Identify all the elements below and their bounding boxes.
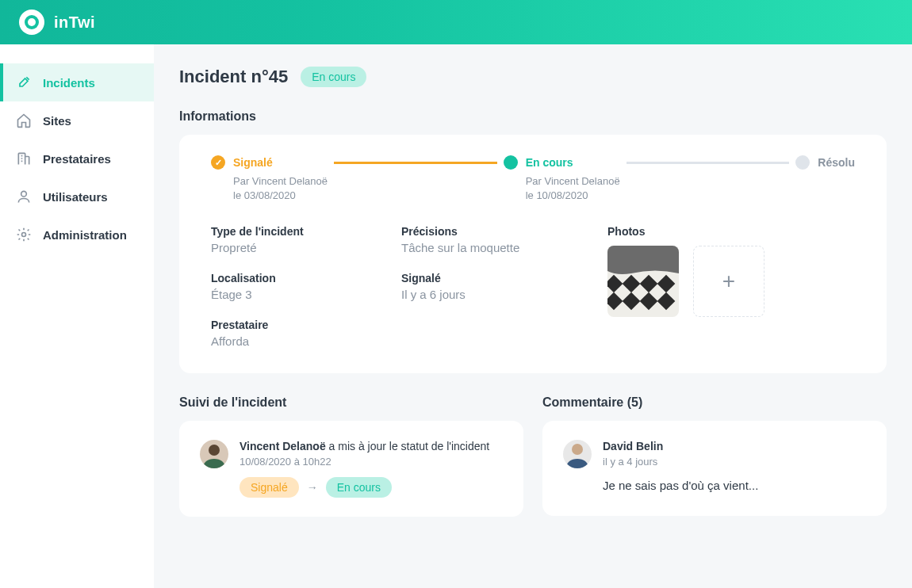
sidebar-item-label: Incidents bbox=[43, 76, 95, 90]
check-circle-icon bbox=[211, 155, 225, 170]
section-heading-informations: Informations bbox=[179, 109, 887, 124]
page-header: Incident n°45 En cours bbox=[179, 67, 887, 87]
field-value: Il y a 6 jours bbox=[401, 288, 576, 301]
progress-step-author: Par Vincent Delanoë bbox=[526, 174, 620, 189]
sidebar-item-sites[interactable]: Sites bbox=[0, 101, 154, 139]
sidebar-item-label: Administration bbox=[43, 228, 127, 242]
comment-text: Je ne sais pas d'où ça vient... bbox=[603, 479, 758, 492]
progress-step-label: En cours bbox=[526, 156, 573, 169]
info-body: Type de l'incident Propreté Localisation… bbox=[211, 225, 855, 348]
sidebar-item-label: Prestataires bbox=[43, 152, 111, 166]
progress-step-label: Résolu bbox=[818, 156, 855, 169]
sidebar: Incidents Sites Prestataires Utilisateur… bbox=[0, 44, 154, 588]
comments-card: David Belin il y a 4 jours Je ne sais pa… bbox=[542, 421, 887, 516]
progress-step-date: le 10/08/2020 bbox=[526, 189, 620, 203]
field-label: Prestataire bbox=[211, 319, 370, 331]
progress-line bbox=[334, 162, 497, 164]
photo-thumbnail[interactable] bbox=[607, 246, 679, 317]
logo-mark-icon bbox=[19, 10, 44, 35]
feed-text: Vincent Delanoë a mis à jour le statut d… bbox=[239, 440, 489, 452]
feed-action: a mis à jour le statut de l'incident bbox=[326, 440, 490, 452]
main-content: Incident n°45 En cours Informations Sign… bbox=[154, 44, 912, 588]
feed-author: Vincent Delanoë bbox=[239, 440, 326, 452]
add-photo-button[interactable]: + bbox=[693, 246, 764, 317]
progress-line bbox=[627, 162, 790, 164]
brand-logo[interactable]: inTwi bbox=[19, 10, 95, 35]
info-card: Signalé Par Vincent Delanoë le 03/08/202… bbox=[179, 135, 887, 373]
feed-timestamp: 10/08/2020 à 10h22 bbox=[239, 456, 489, 468]
arrow-right-icon: → bbox=[307, 481, 318, 494]
status-to-badge: En cours bbox=[326, 477, 392, 498]
progress-step-signale: Signalé Par Vincent Delanoë le 03/08/202… bbox=[211, 155, 328, 203]
user-icon bbox=[16, 189, 32, 204]
home-icon bbox=[16, 113, 32, 128]
status-from-badge: Signalé bbox=[239, 477, 299, 498]
comment-author: David Belin bbox=[603, 440, 758, 452]
comment-timestamp: il y a 4 jours bbox=[603, 456, 758, 468]
sidebar-item-incidents[interactable]: Incidents bbox=[0, 63, 154, 101]
section-heading-comments: Commentaire (5) bbox=[542, 395, 887, 410]
brand-name: inTwi bbox=[54, 13, 95, 32]
sidebar-item-label: Utilisateurs bbox=[43, 190, 108, 204]
field-value: Tâche sur la moquette bbox=[401, 241, 576, 254]
field-label: Type de l'incident bbox=[211, 225, 370, 238]
progress-step-encours: En cours Par Vincent Delanoë le 10/08/20… bbox=[504, 155, 620, 203]
status-progress: Signalé Par Vincent Delanoë le 03/08/202… bbox=[211, 155, 855, 203]
field-photos: Photos bbox=[607, 225, 855, 317]
avatar bbox=[563, 440, 592, 468]
field-value: Afforda bbox=[211, 334, 370, 348]
field-precisions: Précisions Tâche sur la moquette bbox=[401, 225, 576, 254]
svg-point-1 bbox=[22, 233, 26, 237]
plus-icon: + bbox=[722, 269, 735, 294]
field-label: Signalé bbox=[401, 272, 576, 284]
progress-step-resolu: Résolu bbox=[795, 155, 855, 170]
section-heading-feed: Suivi de l'incident bbox=[179, 395, 523, 410]
sidebar-item-prestataires[interactable]: Prestataires bbox=[0, 139, 154, 178]
sidebar-item-label: Sites bbox=[43, 114, 71, 128]
svg-point-0 bbox=[21, 191, 27, 197]
field-value: Propreté bbox=[211, 241, 370, 254]
carpet-photo-icon bbox=[607, 246, 679, 317]
sidebar-item-utilisateurs[interactable]: Utilisateurs bbox=[0, 178, 154, 216]
field-label: Précisions bbox=[401, 225, 576, 238]
field-type: Type de l'incident Propreté bbox=[211, 225, 370, 254]
field-value: Étage 3 bbox=[211, 288, 370, 301]
feed-item: Vincent Delanoë a mis à jour le statut d… bbox=[200, 440, 503, 498]
building-icon bbox=[16, 151, 32, 166]
field-prestataire: Prestataire Afforda bbox=[211, 319, 370, 348]
dot-icon bbox=[795, 155, 810, 170]
field-localisation: Localisation Étage 3 bbox=[211, 272, 370, 301]
topbar: inTwi bbox=[0, 0, 912, 44]
gear-icon bbox=[16, 227, 32, 242]
wrench-icon bbox=[16, 74, 32, 90]
sidebar-item-administration[interactable]: Administration bbox=[0, 216, 154, 254]
status-change: Signalé → En cours bbox=[239, 477, 489, 498]
field-signale: Signalé Il y a 6 jours bbox=[401, 272, 576, 301]
progress-step-date: le 03/08/2020 bbox=[233, 189, 328, 203]
avatar bbox=[200, 440, 228, 468]
comment-item: David Belin il y a 4 jours Je ne sais pa… bbox=[563, 440, 866, 492]
progress-step-label: Signalé bbox=[233, 156, 273, 169]
field-label: Photos bbox=[607, 225, 855, 238]
page-title: Incident n°45 bbox=[179, 67, 288, 87]
feed-card: Vincent Delanoë a mis à jour le statut d… bbox=[179, 421, 523, 517]
svg-point-12 bbox=[209, 445, 220, 456]
progress-step-author: Par Vincent Delanoë bbox=[233, 174, 328, 189]
field-label: Localisation bbox=[211, 272, 370, 284]
svg-point-14 bbox=[572, 444, 583, 455]
dot-icon bbox=[504, 155, 518, 170]
status-badge: En cours bbox=[301, 67, 366, 87]
